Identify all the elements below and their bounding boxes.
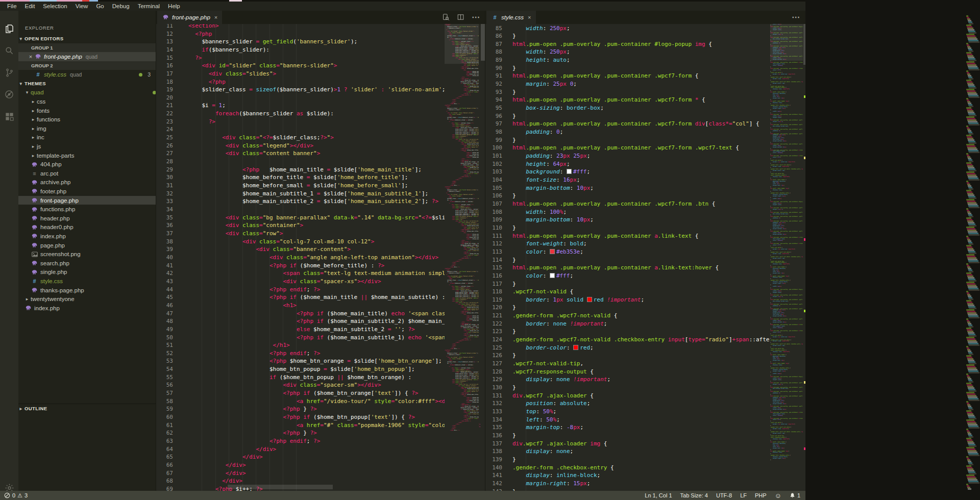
- tree-item-img[interactable]: ▸img: [18, 124, 156, 133]
- code-line[interactable]: 61 <a href="#" class="popmake-1906" styl…: [156, 421, 485, 430]
- code-line[interactable]: 21 $i = 1;: [156, 102, 485, 110]
- code-line[interactable]: 111html.pum-open .pum-overlay .pum-conta…: [485, 232, 806, 240]
- code-line[interactable]: 60 <?php if ($home_btn_popup['text']) { …: [156, 413, 485, 421]
- code-line[interactable]: 64 </div>: [156, 445, 485, 454]
- tree-item-front-page-php[interactable]: front-page.php: [18, 196, 156, 205]
- code-line[interactable]: 135 margin-top: -8px;: [485, 423, 806, 432]
- code-line[interactable]: 95 box-sizing: border-box;: [485, 104, 806, 112]
- code-line[interactable]: 48 <?php if ($home_main_subtitle_2) $hom…: [156, 317, 485, 326]
- code-line[interactable]: 58 <a href="/video-tour/" style="color:#…: [156, 397, 485, 406]
- close-icon[interactable]: ×: [214, 14, 217, 20]
- code-line[interactable]: 103 background: #fff;: [485, 168, 806, 176]
- extensions-icon[interactable]: [0, 108, 18, 125]
- tree-item-archive-php[interactable]: archive.php: [18, 178, 156, 187]
- feedback-smiley-icon[interactable]: ☺: [775, 492, 781, 499]
- code-line[interactable]: 41 <?php if ($home_before_title) : ?>: [156, 262, 485, 270]
- code-line[interactable]: 131div.wpcf7 .ajax-loader {: [485, 392, 806, 400]
- tree-item-404-php[interactable]: 404.php: [18, 160, 156, 169]
- code-line[interactable]: 88 width: 250px;: [485, 48, 806, 56]
- code-line[interactable]: 49 else $home_main_subtitle_2 = ''; ?>: [156, 326, 485, 334]
- code-line[interactable]: 97html.pum-open .pum-overlay .pum-contai…: [485, 120, 806, 128]
- code-line[interactable]: 31 $home_before_small = $slide['home_bef…: [156, 182, 485, 190]
- code-line[interactable]: 26 <div class="legend"></div>: [156, 142, 485, 150]
- menu-item-view[interactable]: View: [71, 3, 92, 9]
- code-line[interactable]: 91html.pum-open .pum-overlay .pum-contai…: [485, 72, 806, 80]
- code-line[interactable]: 89 height: auto;: [485, 56, 806, 64]
- code-line[interactable]: 127.wpcf7-not-valid-tip,: [485, 360, 806, 368]
- code-line[interactable]: 109 margin-bottom: 10px;: [485, 216, 806, 224]
- minimap-left[interactable]: <section> <?php $banners_slider = get_fi…: [445, 24, 479, 491]
- code-line[interactable]: 29 <?php $home_main_title = $slide['home…: [156, 166, 485, 174]
- status-ln[interactable]: Ln 1, Col 1: [645, 492, 672, 498]
- code-line[interactable]: 57 <?php if ($home_btn_orange['text']) {…: [156, 389, 485, 397]
- code-line[interactable]: 16 <div id="slider" class="banners-slide…: [156, 62, 485, 70]
- code-line[interactable]: 86}: [485, 32, 806, 40]
- tree-item-style-css[interactable]: #style.css3: [18, 277, 156, 286]
- code-line[interactable]: 99}: [485, 136, 806, 144]
- code-line[interactable]: 122 border: none !important;: [485, 320, 806, 328]
- code-line[interactable]: 116 color: #fff;: [485, 272, 806, 280]
- code-line[interactable]: 137div.wpcf7 .ajax-loader img {: [485, 440, 806, 448]
- code-editor-left[interactable]: 11<section>12 <?php13 $banners_slider = …: [156, 24, 485, 491]
- code-line[interactable]: 52 <?php endif; ?>: [156, 349, 485, 358]
- more-actions-icon[interactable]: ⋯: [472, 12, 480, 22]
- code-line[interactable]: 54 $home_btn_popup = $slide['home_btn_po…: [156, 365, 485, 373]
- code-editor-right[interactable]: 85 width: 250px;86}87html.pum-open .pum-…: [485, 24, 806, 491]
- code-line[interactable]: 36 <div class="container">: [156, 221, 485, 230]
- code-line[interactable]: 67 </div>: [156, 469, 485, 478]
- tree-item-index-php[interactable]: index.php: [18, 304, 156, 313]
- code-line[interactable]: 100html.pum-open .pum-overlay .pum-conta…: [485, 144, 806, 152]
- tab-front-page-php[interactable]: front-page.php×: [157, 11, 222, 24]
- code-line[interactable]: 56 <div class="spacer-sm"></div>: [156, 381, 485, 389]
- menu-item-debug[interactable]: Debug: [108, 3, 134, 9]
- tree-item-css[interactable]: ▸css: [18, 97, 156, 106]
- code-line[interactable]: 42 <span class="text-lg text-medium anim…: [156, 269, 485, 278]
- open-editors-header[interactable]: ▾OPEN EDITORS: [18, 34, 156, 43]
- menu-item-help[interactable]: Help: [164, 3, 184, 9]
- tree-item-arc-pot[interactable]: ≡arc.pot: [18, 169, 156, 178]
- horizontal-scrollbar-left[interactable]: [228, 485, 333, 489]
- code-line[interactable]: 15 ?>: [156, 54, 485, 62]
- code-line[interactable]: 39 <div class="banner-content">: [156, 245, 485, 254]
- code-line[interactable]: 134 left: 50%;: [485, 416, 806, 424]
- code-line[interactable]: 115html.pum-open .pum-overlay .pum-conta…: [485, 264, 806, 272]
- tree-item-fonts[interactable]: ▸fonts: [18, 106, 156, 115]
- code-line[interactable]: 141 display: inline-block;: [485, 471, 806, 480]
- code-line[interactable]: 47 <?php if ($home_main_title) echo '<sp…: [156, 310, 485, 318]
- code-line[interactable]: 101 padding: 23px 25px;: [485, 152, 806, 160]
- open-preview-icon[interactable]: [442, 13, 450, 21]
- debug-icon[interactable]: [0, 86, 18, 103]
- code-line[interactable]: 24: [156, 126, 485, 134]
- code-line[interactable]: 65 </div>: [156, 453, 485, 461]
- code-line[interactable]: 107html.pum-open .pum-overlay .pum-conta…: [485, 200, 806, 208]
- status-php[interactable]: PHP: [755, 492, 767, 498]
- status-lf[interactable]: LF: [740, 492, 747, 498]
- code-line[interactable]: 32 $home_main_subtitle_1 = $slide['home_…: [156, 190, 485, 198]
- code-line[interactable]: 129 display: none !important;: [485, 376, 806, 384]
- code-line[interactable]: 108 width: 100%;: [485, 208, 806, 216]
- code-line[interactable]: 12 <?php: [156, 30, 485, 38]
- code-line[interactable]: 40 <div class="angle angle-left-top anim…: [156, 254, 485, 262]
- code-line[interactable]: 140.gender-form .checkbox-entry {: [485, 464, 806, 472]
- code-line[interactable]: 68 </div>: [156, 477, 485, 485]
- code-line[interactable]: 66 </div>: [156, 461, 485, 469]
- menu-item-edit[interactable]: Edit: [21, 3, 39, 9]
- code-line[interactable]: 63 <?php endif; ?>: [156, 437, 485, 445]
- code-line[interactable]: 102 height: 64px;: [485, 160, 806, 168]
- code-line[interactable]: 132 position: absolute;: [485, 399, 806, 408]
- code-line[interactable]: 92 margin: 25px 0;: [485, 80, 806, 88]
- tree-item-functions-php[interactable]: functions.php: [18, 205, 156, 214]
- code-line[interactable]: 125 border-color: red;: [485, 344, 806, 352]
- notifications-bell[interactable]: 1: [790, 492, 800, 498]
- problems-indicator[interactable]: 0 ⚠ 3: [4, 492, 28, 499]
- menu-item-selection[interactable]: Selection: [39, 3, 71, 9]
- code-line[interactable]: 46 <h1>: [156, 302, 485, 310]
- code-line[interactable]: 98 padding: 0;: [485, 128, 806, 136]
- open-editor-item[interactable]: #style.cssquad3: [18, 70, 156, 79]
- tab-style-css[interactable]: #style.css×: [486, 11, 536, 24]
- code-line[interactable]: 96}: [485, 112, 806, 120]
- code-line[interactable]: 117}: [485, 280, 806, 288]
- tree-item-thanks-page-php[interactable]: thanks-page.php: [18, 286, 156, 295]
- code-line[interactable]: 59 <?php } ?>: [156, 405, 485, 413]
- tree-item-search-php[interactable]: search.php: [18, 259, 156, 268]
